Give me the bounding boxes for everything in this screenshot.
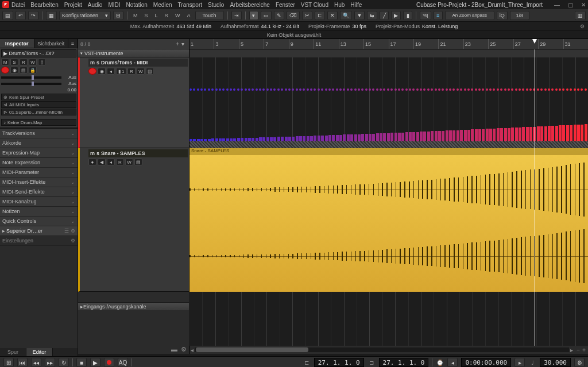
arrow-tool[interactable]: ▾ xyxy=(249,11,258,20)
iq-button[interactable]: iQ xyxy=(497,11,508,20)
goto-start-button[interactable]: ⏮ xyxy=(17,358,28,367)
audio-clip[interactable]: Snare - SAMPLES xyxy=(189,148,588,292)
footer-tab-editor[interactable]: Editor xyxy=(26,348,53,356)
inspector-track-name[interactable]: ▶ Drums/Toms -…DI? xyxy=(1,49,76,57)
track-preset[interactable]: ⊘Kein Spur-Preset xyxy=(1,94,76,101)
track1-monitor-button[interactable]: ◉ xyxy=(98,68,106,75)
track2-record-button[interactable]: ● xyxy=(88,159,96,165)
menu-fenster[interactable]: Fenster xyxy=(276,2,295,8)
snap-toggle2[interactable]: ≡ xyxy=(434,11,443,20)
lane-button[interactable]: ▤ xyxy=(20,67,28,74)
track2-monitor-button[interactable]: ◀ xyxy=(98,159,106,165)
warp-tool[interactable]: ⇆ xyxy=(367,11,377,20)
media-button[interactable]: ▦ xyxy=(46,11,57,20)
left-locator[interactable]: 27. 1. 1. 0 xyxy=(314,358,364,367)
folder-vst-instrumente[interactable]: ▾VST-Instrumente xyxy=(78,49,189,57)
secondary-time[interactable]: 30.000 xyxy=(540,358,571,367)
folder-io-kanaele[interactable]: ▸Eingangs-/Ausgangskanäle xyxy=(78,302,189,310)
section-midi-send[interactable]: MIDI-Send-Effekte⌄ xyxy=(0,187,78,197)
config-dropdown[interactable]: Konfigurationen▾ xyxy=(59,11,111,20)
goto-right-button[interactable]: ▸ xyxy=(514,358,525,367)
state-l[interactable]: L xyxy=(153,13,160,18)
track2-input-button[interactable]: ◂ xyxy=(107,159,115,165)
record-arm-button[interactable] xyxy=(1,67,9,74)
play-button[interactable]: ▶ xyxy=(90,358,100,367)
track-snare-samples[interactable]: msSnare - SAMPLES ● ◀ ◂ R W ▤ xyxy=(78,148,189,292)
section-trackversions[interactable]: TrackVersions⌄ xyxy=(0,129,78,138)
range-tool[interactable]: ▭ xyxy=(261,11,272,20)
zoom-out-v-icon[interactable]: ▬ xyxy=(171,346,177,353)
menu-projekt[interactable]: Projekt xyxy=(64,2,82,8)
section-midi-kanalzug[interactable]: MIDI-Kanalzug⌄ xyxy=(0,197,78,207)
record-button[interactable] xyxy=(104,358,114,367)
timeline-ruler[interactable]: 135791113151719212325272931 xyxy=(189,39,588,49)
zone-right-button[interactable]: ▥ xyxy=(575,11,586,20)
constrain-button[interactable]: ⊟ xyxy=(113,11,123,20)
redo-button[interactable]: ↷ xyxy=(28,11,38,20)
section-akkorde[interactable]: Akkorde⌄ xyxy=(0,138,78,148)
section-notizen[interactable]: Notizen⌄ xyxy=(0,207,78,217)
track1-record-button[interactable] xyxy=(88,68,96,75)
menu-hilfe[interactable]: Hilfe xyxy=(350,2,362,8)
section-einstellungen[interactable]: Einstellungen⚙ xyxy=(0,236,78,246)
split-tool[interactable]: ✂ xyxy=(302,11,312,20)
menu-midi[interactable]: MIDI xyxy=(108,2,120,8)
line-tool[interactable]: ╱ xyxy=(380,11,389,20)
read-button[interactable]: R xyxy=(20,59,28,65)
menu-studio[interactable]: Studio xyxy=(208,2,224,8)
arrange-area[interactable]: 135791113151719212325272931 S xyxy=(189,39,588,354)
rewind-button[interactable]: ◂◂ xyxy=(31,358,41,367)
auto-scroll-button[interactable]: ⇥ xyxy=(231,11,242,20)
inspector-pin-icon[interactable]: ≡ xyxy=(68,39,78,48)
mute-button[interactable]: M xyxy=(1,59,9,65)
inspector-tab[interactable]: Inspector xyxy=(0,39,34,48)
menu-vstcloud[interactable]: VST Cloud xyxy=(301,2,328,8)
menu-hub[interactable]: Hub xyxy=(334,2,345,8)
erase-tool[interactable]: ⌫ xyxy=(287,11,300,20)
lock-button[interactable]: 🔒 xyxy=(29,67,37,74)
menu-bearbeiten[interactable]: Bearbeiten xyxy=(30,2,58,8)
audio-lane[interactable]: Snare - SAMPLES xyxy=(189,148,588,292)
add-track-icon[interactable]: + xyxy=(176,41,179,47)
play-tool[interactable]: ▶ xyxy=(391,11,401,20)
solo-button[interactable]: S xyxy=(10,59,18,65)
menu-audio[interactable]: Audio xyxy=(88,2,103,8)
bar-icon[interactable]: ♩ xyxy=(528,358,536,366)
section-expression-map[interactable]: Expression-Map⌄ xyxy=(0,148,78,158)
punch-icon[interactable]: ⊐ xyxy=(368,358,376,366)
zoom-tool[interactable]: 🔍 xyxy=(340,11,352,20)
zoom-settings-icon[interactable]: ⚙ xyxy=(181,346,187,353)
right-locator[interactable]: 27. 1. 1. 0 xyxy=(379,358,429,367)
section-instrument[interactable]: ▸Superior Dr…er☰ ⚙ xyxy=(0,226,78,236)
menu-transport[interactable]: Transport xyxy=(178,2,202,8)
track-drums-toms[interactable]: msDrums/Toms - MIDI ◉ ◂ ▮ 1 R W ▤ xyxy=(78,57,189,148)
state-s[interactable]: S xyxy=(142,13,150,18)
transport-settings-button[interactable]: ⚙ xyxy=(574,358,585,367)
color-tool[interactable]: ▮ xyxy=(403,11,412,20)
track2-lane-button[interactable]: ▤ xyxy=(134,159,142,165)
monitor-button[interactable]: ◉ xyxy=(10,67,18,74)
track1-read-button[interactable]: R xyxy=(127,68,136,75)
info-settings-icon[interactable]: ⚙ xyxy=(580,24,585,29)
draw-tool[interactable]: ✎ xyxy=(274,11,284,20)
section-note-expression[interactable]: Note Expression⌄ xyxy=(0,158,78,168)
footer-tab-spur[interactable]: Spur xyxy=(0,348,26,356)
horizontal-scrollbar[interactable]: ◂ ▸ − ＋ xyxy=(189,346,588,354)
track1-write-button[interactable]: W xyxy=(137,68,145,75)
tracklist-settings-icon[interactable]: ▾ xyxy=(181,41,184,47)
undo-button[interactable]: ↶ xyxy=(16,11,26,20)
grid-value[interactable]: 1/8 xyxy=(510,11,529,20)
track1-input-button[interactable]: ◂ xyxy=(107,68,115,75)
glue-tool[interactable]: ⊏ xyxy=(315,11,325,20)
marker-left-icon[interactable]: ⊏ xyxy=(303,358,311,366)
track1-lane-button[interactable]: ▤ xyxy=(146,68,154,75)
track2-write-button[interactable]: W xyxy=(125,159,133,165)
output-routing[interactable]: ⊳01.Superio…mmer-MIDIin xyxy=(1,109,76,115)
retrospective-button[interactable]: AQ xyxy=(118,358,128,367)
track2-read-button[interactable]: R xyxy=(116,159,124,165)
volume-fader[interactable] xyxy=(1,76,61,79)
menu-datei[interactable]: Datei xyxy=(11,2,25,8)
state-m[interactable]: M xyxy=(131,13,140,18)
section-midi-parameter[interactable]: MIDI-Parameter⌄ xyxy=(0,168,78,177)
snap-toggle[interactable]: %| xyxy=(420,11,431,20)
